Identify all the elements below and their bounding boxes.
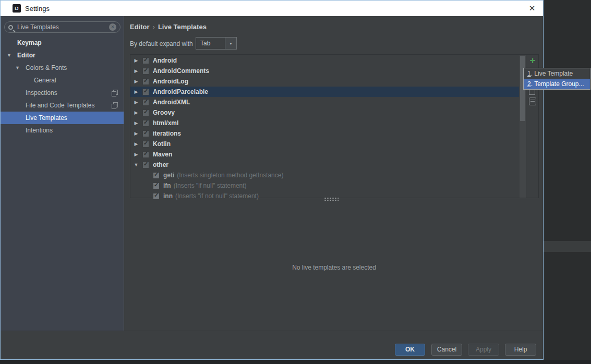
check-icon: ✓ (154, 181, 159, 188)
template-group-label: AndroidParcelable (153, 88, 208, 95)
checkbox[interactable]: ✓ (142, 89, 149, 95)
checkbox[interactable]: ✓ (142, 141, 149, 148)
template-group-row[interactable]: ▶ ✓ iterations (130, 128, 519, 139)
menu-item-label: . Live Template (531, 70, 573, 77)
checkbox[interactable]: ✓ (142, 68, 149, 75)
template-group-label: Maven (153, 151, 172, 158)
checkbox[interactable]: ✓ (153, 183, 160, 189)
chevron-down-icon[interactable]: ▼ (7, 53, 17, 58)
checkbox[interactable]: ✓ (142, 57, 149, 64)
expand-with-select[interactable]: Tab ▼ (196, 37, 237, 50)
settings-dialog: IJ Settings ✕ Live Templates × Keymap ▼ … (0, 0, 544, 360)
background-bottom-strip (0, 360, 591, 364)
checkbox[interactable]: ✓ (142, 110, 149, 116)
template-abbreviation: geti (163, 172, 174, 179)
sidebar-item-label: Intentions (26, 127, 53, 134)
template-group-row[interactable]: ▶ ✓ Groovy (130, 107, 519, 118)
check-icon: ✓ (143, 150, 148, 157)
check-icon: ✓ (143, 77, 148, 84)
sidebar-item-intentions[interactable]: Intentions (1, 124, 124, 137)
chevron-right-icon[interactable]: ▶ (133, 68, 139, 74)
template-group-row[interactable]: ▶ ✓ AndroidXML (130, 97, 519, 107)
template-group-row[interactable]: ▼ ✓ other (130, 160, 519, 170)
template-abbreviation: ifn (163, 182, 171, 189)
chevron-down-icon[interactable]: ▼ (225, 38, 236, 49)
settings-sidebar: Live Templates × Keymap ▼ Editor ▼ Color… (1, 16, 124, 331)
close-icon[interactable]: ✕ (526, 3, 538, 14)
sidebar-items: Keymap ▼ Editor ▼ Colors & Fonts General… (1, 37, 124, 137)
chevron-down-icon[interactable]: ▼ (133, 162, 139, 167)
template-group-label: AndroidXML (153, 99, 190, 106)
chevron-right-icon[interactable]: ▶ (133, 120, 139, 126)
breadcrumb: Editor›Live Templates (130, 23, 207, 31)
list-icon[interactable] (529, 98, 536, 105)
menu-item-label: . Template Group... (531, 80, 584, 88)
chevron-right-icon[interactable]: ▶ (133, 152, 139, 157)
template-group-row[interactable]: ▶ ✓ AndroidLog (130, 76, 519, 87)
splitter-grip[interactable] (324, 197, 339, 201)
sidebar-item-label: Inspections (26, 89, 57, 96)
copy-settings-icon (112, 90, 117, 96)
chevron-right-icon[interactable]: ▶ (133, 58, 139, 63)
checkbox[interactable]: ✓ (142, 78, 149, 85)
check-icon: ✓ (143, 88, 148, 94)
checkbox[interactable]: ✓ (142, 120, 149, 127)
check-icon: ✓ (143, 161, 148, 167)
sidebar-item-label: Keymap (17, 39, 42, 46)
template-row[interactable]: ✓ geti (Inserts singleton method getInst… (130, 170, 519, 180)
chevron-right-icon[interactable]: ▶ (133, 131, 139, 136)
chevron-right-icon[interactable]: ▶ (133, 141, 139, 147)
template-group-row[interactable]: ▶ ✓ AndroidComments (130, 66, 519, 76)
checkbox[interactable]: ✓ (142, 99, 149, 106)
menu-item-template-group[interactable]: 2. Template Group... (524, 79, 590, 89)
search-input[interactable]: Live Templates × (4, 21, 120, 33)
template-group-label: iterations (153, 130, 181, 137)
search-icon (8, 25, 13, 30)
sidebar-item-live-templates[interactable]: Live Templates (1, 112, 124, 124)
chevron-right-icon[interactable]: ▶ (133, 89, 139, 94)
breadcrumb-current: Live Templates (158, 23, 207, 31)
checkbox[interactable]: ✓ (153, 172, 160, 179)
sidebar-item-editor[interactable]: ▼ Editor (1, 49, 124, 62)
template-group-row[interactable]: ▶ ✓ Android (130, 55, 519, 66)
breadcrumb-separator: › (153, 23, 155, 31)
search-value: Live Templates (17, 23, 59, 31)
template-group-row[interactable]: ▶ ✓ Maven (130, 149, 519, 160)
checkbox[interactable]: ✓ (142, 162, 149, 168)
check-icon: ✓ (143, 108, 148, 115)
sidebar-item-label: File and Code Templates (26, 102, 95, 109)
chevron-right-icon[interactable]: ▶ (133, 110, 139, 115)
checkbox[interactable]: ✓ (142, 151, 149, 158)
add-popup-menu: 1. Live Template 2. Template Group... (523, 68, 590, 90)
help-button[interactable]: Help (505, 344, 536, 356)
template-description: (Inserts singleton method getInstance) (177, 172, 283, 179)
template-group-label: Android (153, 57, 177, 64)
sidebar-item-general[interactable]: General (1, 74, 124, 87)
bottom-separator (1, 331, 543, 331)
sidebar-item-keymap[interactable]: Keymap (1, 37, 124, 49)
checkbox[interactable]: ✓ (142, 130, 149, 137)
sidebar-item-label: Colors & Fonts (26, 64, 67, 71)
add-button[interactable]: + (528, 56, 537, 65)
template-group-row[interactable]: ▶ ✓ html/xml (130, 118, 519, 128)
breadcrumb-parent[interactable]: Editor (130, 23, 150, 31)
sidebar-item-inspections[interactable]: Inspections (1, 87, 124, 99)
ok-button[interactable]: OK (395, 344, 425, 356)
apply-button[interactable]: Apply (468, 344, 499, 356)
check-icon: ✓ (154, 171, 159, 178)
template-group-row-selected[interactable]: ▶ ✓ AndroidParcelable (130, 87, 519, 97)
chevron-right-icon[interactable]: ▶ (133, 100, 139, 105)
template-group-row[interactable]: ▶ ✓ Kotlin (130, 139, 519, 149)
sidebar-item-label: General (34, 77, 56, 84)
template-row[interactable]: ✓ ifn (Inserts "if null" statement) (130, 180, 519, 191)
chevron-right-icon[interactable]: ▶ (133, 79, 139, 84)
sidebar-item-colors-fonts[interactable]: ▼ Colors & Fonts (1, 62, 124, 74)
menu-item-live-template[interactable]: 1. Live Template (524, 68, 590, 79)
template-group-label: Groovy (153, 109, 175, 116)
cancel-button[interactable]: Cancel (431, 344, 462, 356)
checkbox[interactable]: ✓ (153, 193, 160, 200)
sidebar-item-file-code-templates[interactable]: File and Code Templates (1, 99, 124, 112)
clear-search-icon[interactable]: × (109, 23, 116, 31)
template-tree-rows: ▶ ✓ Android ▶ ✓ AndroidComments ▶ ✓ Andr… (130, 55, 519, 201)
chevron-down-icon[interactable]: ▼ (15, 65, 26, 70)
